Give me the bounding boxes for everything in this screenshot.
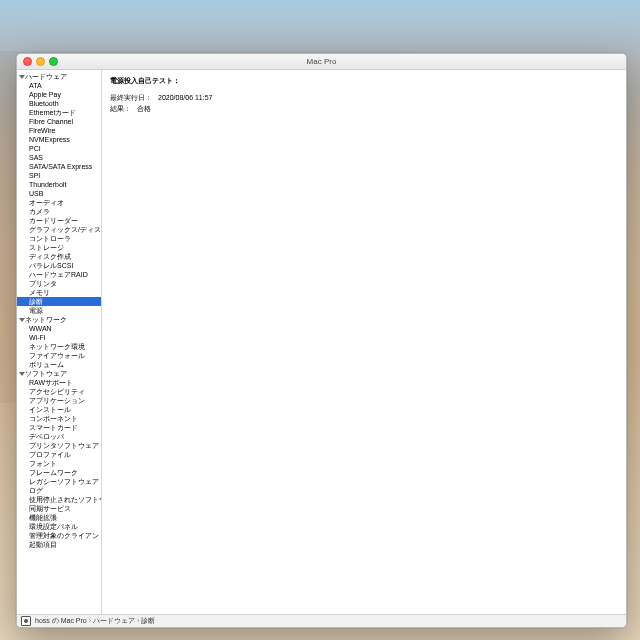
sidebar-item[interactable]: メモリ bbox=[17, 288, 101, 297]
sidebar-item[interactable]: ファイアウォール bbox=[17, 351, 101, 360]
sidebar-section-label: ハードウェア bbox=[25, 72, 67, 82]
sidebar-item[interactable]: インストール bbox=[17, 405, 101, 414]
window-titlebar[interactable]: Mac Pro bbox=[17, 54, 626, 70]
sidebar-item[interactable]: フォント bbox=[17, 459, 101, 468]
disclosure-triangle-icon[interactable] bbox=[18, 74, 24, 80]
info-key: 結果： bbox=[110, 103, 131, 114]
sidebar-item[interactable]: ATA bbox=[17, 81, 101, 90]
system-info-window: Mac Pro ハードウェアATAApple PayBluetoothEther… bbox=[16, 53, 627, 628]
content-rows: 最終実行日：2020/08/06 11:57結果：合格 bbox=[110, 92, 618, 114]
chevron-right-icon: › bbox=[137, 617, 139, 624]
sidebar-item[interactable]: アプリケーション bbox=[17, 396, 101, 405]
sidebar-item[interactable]: プロファイル bbox=[17, 450, 101, 459]
sidebar-item[interactable]: Wi-Fi bbox=[17, 333, 101, 342]
sidebar-item[interactable]: 管理対象のクライアント bbox=[17, 531, 101, 540]
sidebar[interactable]: ハードウェアATAApple PayBluetoothEthernetカードFi… bbox=[17, 70, 102, 614]
sidebar-item[interactable]: Thunderbolt bbox=[17, 180, 101, 189]
sidebar-item[interactable]: PCI bbox=[17, 144, 101, 153]
sidebar-item[interactable]: ハードウェアRAID bbox=[17, 270, 101, 279]
info-value: 2020/08/06 11:57 bbox=[158, 92, 213, 103]
sidebar-item[interactable]: パラレルSCSI bbox=[17, 261, 101, 270]
view-mode-icon[interactable] bbox=[21, 616, 31, 626]
breadcrumb-part[interactable]: ハードウェア bbox=[93, 617, 135, 624]
sidebar-item[interactable]: SPI bbox=[17, 171, 101, 180]
sidebar-item[interactable]: Bluetooth bbox=[17, 99, 101, 108]
sidebar-item[interactable]: ログ bbox=[17, 486, 101, 495]
sidebar-section-label: ネットワーク bbox=[25, 315, 67, 325]
sidebar-item[interactable]: ストレージ bbox=[17, 243, 101, 252]
disclosure-triangle-icon[interactable] bbox=[18, 371, 24, 377]
sidebar-section-header[interactable]: ネットワーク bbox=[17, 315, 101, 324]
sidebar-item[interactable]: ネットワーク環境 bbox=[17, 342, 101, 351]
window-title: Mac Pro bbox=[17, 57, 626, 66]
sidebar-section-header[interactable]: ソフトウェア bbox=[17, 369, 101, 378]
info-key: 最終実行日： bbox=[110, 92, 152, 103]
sidebar-item[interactable]: 診断 bbox=[17, 297, 101, 306]
sidebar-item[interactable]: Ethernetカード bbox=[17, 108, 101, 117]
sidebar-item[interactable]: 起動項目 bbox=[17, 540, 101, 549]
desktop-wallpaper: Mac Pro ハードウェアATAApple PayBluetoothEther… bbox=[0, 0, 640, 640]
sidebar-item[interactable]: 使用停止されたソフトウェ… bbox=[17, 495, 101, 504]
info-row: 最終実行日：2020/08/06 11:57 bbox=[110, 92, 618, 103]
content-heading: 電源投入自己テスト： bbox=[110, 76, 618, 86]
sidebar-item[interactable]: プリンタ bbox=[17, 279, 101, 288]
sidebar-item[interactable]: Fibre Channel bbox=[17, 117, 101, 126]
sidebar-item[interactable]: ディスク作成 bbox=[17, 252, 101, 261]
sidebar-item[interactable]: プリンタソフトウェア bbox=[17, 441, 101, 450]
sidebar-item[interactable]: 同期サービス bbox=[17, 504, 101, 513]
sidebar-item[interactable]: グラフィックス/ディスプ… bbox=[17, 225, 101, 234]
sidebar-item[interactable]: カメラ bbox=[17, 207, 101, 216]
sidebar-item[interactable]: コントローラ bbox=[17, 234, 101, 243]
sidebar-section-label: ソフトウェア bbox=[25, 369, 67, 379]
sidebar-item[interactable]: WWAN bbox=[17, 324, 101, 333]
sidebar-item[interactable]: SAS bbox=[17, 153, 101, 162]
sidebar-item[interactable]: FireWire bbox=[17, 126, 101, 135]
info-row: 結果：合格 bbox=[110, 103, 618, 114]
sidebar-item[interactable]: カードリーダー bbox=[17, 216, 101, 225]
window-body: ハードウェアATAApple PayBluetoothEthernetカードFi… bbox=[17, 70, 626, 614]
breadcrumb-part[interactable]: hoss の Mac Pro bbox=[35, 617, 87, 624]
info-value: 合格 bbox=[137, 103, 151, 114]
sidebar-section-header[interactable]: ハードウェア bbox=[17, 72, 101, 81]
sidebar-item[interactable]: コンポーネント bbox=[17, 414, 101, 423]
sidebar-item[interactable]: 環境設定パネル bbox=[17, 522, 101, 531]
sidebar-item[interactable]: SATA/SATA Express bbox=[17, 162, 101, 171]
sidebar-item[interactable]: USB bbox=[17, 189, 101, 198]
sidebar-item[interactable]: レガシーソフトウェア bbox=[17, 477, 101, 486]
breadcrumb: hoss の Mac Pro › ハードウェア › 診断 bbox=[35, 616, 155, 626]
sidebar-item[interactable]: 機能拡張 bbox=[17, 513, 101, 522]
breadcrumb-part[interactable]: 診断 bbox=[141, 617, 155, 624]
disclosure-triangle-icon[interactable] bbox=[18, 317, 24, 323]
chevron-right-icon: › bbox=[89, 617, 91, 624]
sidebar-item[interactable]: オーディオ bbox=[17, 198, 101, 207]
status-bar: hoss の Mac Pro › ハードウェア › 診断 bbox=[17, 614, 626, 627]
sidebar-item[interactable]: デベロッパ bbox=[17, 432, 101, 441]
sidebar-item[interactable]: フレームワーク bbox=[17, 468, 101, 477]
sidebar-item[interactable]: NVMExpress bbox=[17, 135, 101, 144]
content-pane: 電源投入自己テスト： 最終実行日：2020/08/06 11:57結果：合格 bbox=[102, 70, 626, 614]
sidebar-item[interactable]: RAWサポート bbox=[17, 378, 101, 387]
sidebar-item[interactable]: Apple Pay bbox=[17, 90, 101, 99]
sidebar-item[interactable]: スマートカード bbox=[17, 423, 101, 432]
sidebar-item[interactable]: アクセシビリティ bbox=[17, 387, 101, 396]
